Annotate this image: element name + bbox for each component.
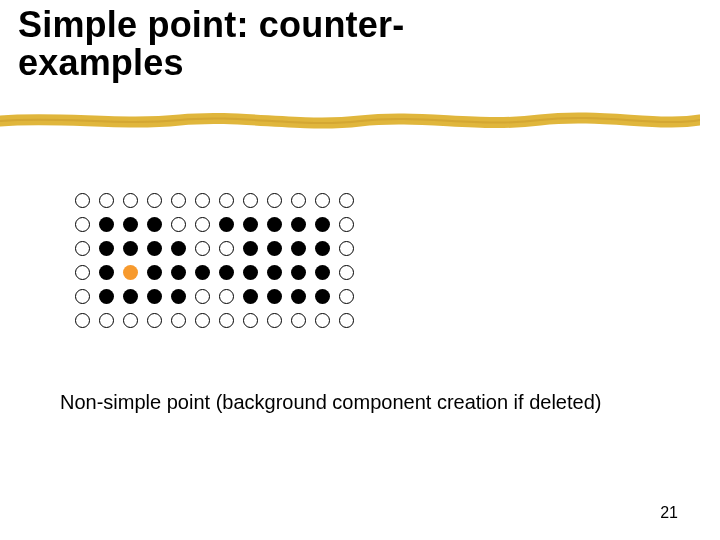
dot-empty <box>195 241 210 256</box>
dot-filled <box>99 265 114 280</box>
dot-filled <box>315 217 330 232</box>
dot-empty <box>75 313 90 328</box>
dot-empty <box>267 193 282 208</box>
dot-empty <box>123 313 138 328</box>
dot-empty <box>267 313 282 328</box>
dot-filled <box>99 241 114 256</box>
dot-filled <box>123 217 138 232</box>
dot-filled <box>123 289 138 304</box>
dot-empty <box>171 217 186 232</box>
dot-filled <box>315 289 330 304</box>
dot-filled <box>147 289 162 304</box>
dot-empty <box>99 193 114 208</box>
dot-filled <box>267 217 282 232</box>
dot-empty <box>75 241 90 256</box>
dot-filled <box>291 241 306 256</box>
dot-empty <box>219 241 234 256</box>
title-underline <box>0 110 700 132</box>
dot-filled <box>291 289 306 304</box>
dot-filled <box>219 217 234 232</box>
dot-highlight <box>123 265 138 280</box>
dot-filled <box>243 265 258 280</box>
dot-empty <box>291 313 306 328</box>
dot-filled <box>147 217 162 232</box>
dot-filled <box>147 241 162 256</box>
dot-empty <box>339 193 354 208</box>
dot-empty <box>219 289 234 304</box>
page-number: 21 <box>660 504 678 522</box>
dot-empty <box>75 289 90 304</box>
dot-filled <box>219 265 234 280</box>
dot-empty <box>339 289 354 304</box>
dot-empty <box>291 193 306 208</box>
dot-filled <box>267 241 282 256</box>
slide-title-line1: Simple point: counter- <box>18 4 404 45</box>
slide-caption: Non-simple point (background component c… <box>60 390 660 415</box>
dot-filled <box>291 217 306 232</box>
dot-filled <box>291 265 306 280</box>
dot-filled <box>195 265 210 280</box>
dot-filled <box>171 265 186 280</box>
dot-filled <box>267 289 282 304</box>
dot-empty <box>147 313 162 328</box>
slide-title: Simple point: counter- examples <box>18 6 404 82</box>
dot-filled <box>267 265 282 280</box>
dot-filled <box>147 265 162 280</box>
dot-empty <box>195 217 210 232</box>
dot-empty <box>339 265 354 280</box>
dot-empty <box>147 193 162 208</box>
dot-empty <box>339 217 354 232</box>
dot-empty <box>339 241 354 256</box>
dot-filled <box>171 289 186 304</box>
dot-filled <box>123 241 138 256</box>
dot-filled <box>243 217 258 232</box>
dot-filled <box>315 265 330 280</box>
dot-empty <box>243 313 258 328</box>
dot-empty <box>315 313 330 328</box>
dot-filled <box>243 241 258 256</box>
dot-empty <box>75 193 90 208</box>
dot-empty <box>219 313 234 328</box>
dot-filled <box>243 289 258 304</box>
dot-empty <box>171 193 186 208</box>
dot-empty <box>99 313 114 328</box>
dot-grid <box>70 190 358 334</box>
dot-empty <box>243 193 258 208</box>
dot-filled <box>315 241 330 256</box>
dot-empty <box>75 217 90 232</box>
dot-empty <box>171 313 186 328</box>
dot-empty <box>195 313 210 328</box>
dot-empty <box>75 265 90 280</box>
dot-filled <box>99 217 114 232</box>
dot-empty <box>219 193 234 208</box>
dot-empty <box>315 193 330 208</box>
slide-title-line2: examples <box>18 42 184 83</box>
dot-empty <box>195 193 210 208</box>
dot-empty <box>123 193 138 208</box>
dot-filled <box>171 241 186 256</box>
dot-filled <box>99 289 114 304</box>
dot-empty <box>339 313 354 328</box>
dot-empty <box>195 289 210 304</box>
